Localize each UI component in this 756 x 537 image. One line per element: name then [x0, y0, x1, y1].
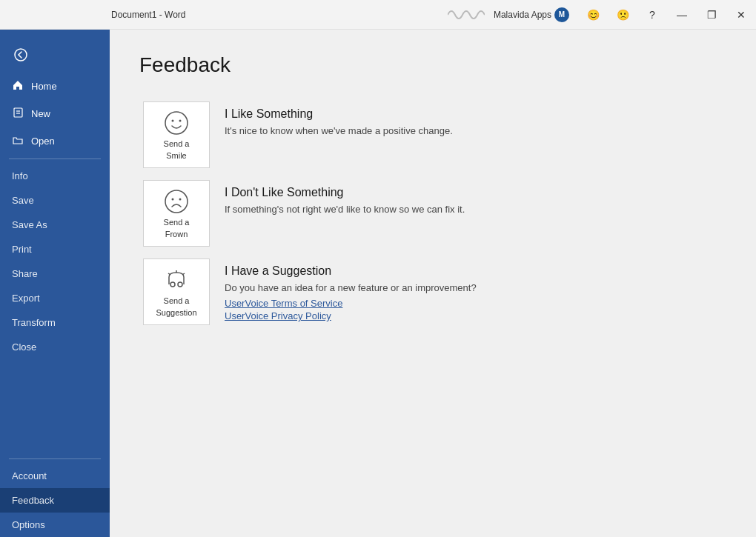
- sidebar-item-info[interactable]: Info: [0, 164, 110, 188]
- sidebar-new-label: New: [31, 108, 50, 119]
- frown-icon-label1: Send a: [164, 218, 190, 227]
- feedback-card-smile[interactable]: Send a Smile I Like Something It's nice …: [139, 98, 726, 172]
- sidebar-item-new[interactable]: New: [0, 100, 110, 127]
- title-bar-left: Document1 - Word: [0, 10, 448, 20]
- home-icon: [12, 80, 24, 93]
- sidebar-item-options[interactable]: Options: [0, 513, 110, 537]
- svg-point-11: [178, 282, 182, 287]
- sidebar-divider-2: [9, 458, 101, 459]
- sidebar-item-save-as[interactable]: Save As: [0, 213, 110, 237]
- apps-label: Malavida Apps: [494, 10, 551, 20]
- sidebar-divider-1: [9, 159, 101, 159]
- sidebar-item-open[interactable]: Open: [0, 127, 110, 154]
- suggestion-icon-label1: Send a: [164, 296, 190, 305]
- svg-point-4: [165, 112, 188, 134]
- document-title: Document1 - Word: [111, 10, 185, 20]
- svg-point-0: [15, 49, 27, 61]
- suggestion-card-title: I Have a Suggestion: [225, 264, 477, 278]
- sidebar-item-close[interactable]: Close: [0, 335, 110, 359]
- restore-button[interactable]: ❐: [697, 0, 726, 30]
- open-icon: [12, 135, 24, 147]
- frown-icon-label2: Frown: [165, 230, 188, 239]
- sidebar-item-share[interactable]: Share: [0, 261, 110, 286]
- sidebar-item-home[interactable]: Home: [0, 73, 110, 100]
- smile-card-text: I Like Something It's nice to know when …: [225, 101, 453, 141]
- back-button[interactable]: [6, 40, 36, 70]
- uservoice-privacy-link[interactable]: UserVoice Privacy Policy: [225, 310, 477, 321]
- frown-icon-box: Send a Frown: [143, 180, 210, 247]
- sidebar-bottom: Account Feedback Options: [0, 454, 110, 537]
- frown-card-desc: If something's not right we'd like to kn…: [225, 204, 465, 215]
- page-title: Feedback: [139, 53, 726, 77]
- title-bar: Document1 - Word Malavida Apps M 😊 🙁 ? —…: [0, 0, 756, 30]
- svg-point-6: [179, 120, 182, 122]
- frown-card-title: I Don't Like Something: [225, 186, 465, 199]
- main-content: Feedback Send a Smile I Like Something I…: [110, 30, 756, 537]
- title-bar-right: Malavida Apps M 😊 🙁 ? — ❐ ✕: [448, 0, 756, 30]
- sidebar-item-save[interactable]: Save: [0, 188, 110, 213]
- svg-point-7: [165, 190, 188, 213]
- feedback-card-frown[interactable]: Send a Frown I Don't Like Something If s…: [139, 176, 726, 250]
- apps-section: Malavida Apps M: [485, 7, 578, 22]
- sidebar-item-print[interactable]: Print: [0, 237, 110, 261]
- sidebar-item-transform[interactable]: Transform: [0, 310, 110, 335]
- sidebar-home-label: Home: [31, 81, 57, 92]
- suggestion-card-desc: Do you have an idea for a new feature or…: [225, 282, 477, 293]
- svg-point-10: [170, 282, 175, 287]
- suggestion-icon-label2: Suggestion: [156, 308, 196, 317]
- suggestion-card-text: I Have a Suggestion Do you have an idea …: [225, 259, 477, 323]
- svg-point-8: [172, 199, 174, 201]
- svg-rect-1: [14, 108, 22, 117]
- sidebar-top: Home New Open Info Save Save As Print Sh…: [0, 30, 110, 367]
- smile-icon-label2: Smile: [166, 151, 187, 160]
- feedback-card-suggestion[interactable]: Send a Suggestion I Have a Suggestion Do…: [139, 255, 726, 329]
- sidebar: Home New Open Info Save Save As Print Sh…: [0, 30, 110, 537]
- sidebar-item-account[interactable]: Account: [0, 464, 110, 488]
- smile-card-desc: It's nice to know when we've made a posi…: [225, 125, 453, 136]
- sidebar-open-label: Open: [31, 136, 55, 147]
- minimize-button[interactable]: —: [667, 0, 697, 30]
- help-button[interactable]: ?: [637, 0, 667, 30]
- frown-card-text: I Don't Like Something If something's no…: [225, 180, 465, 219]
- wave-visualization: [448, 0, 485, 30]
- sidebar-item-feedback[interactable]: Feedback: [0, 488, 110, 513]
- frown-button[interactable]: 🙁: [608, 0, 637, 30]
- close-button[interactable]: ✕: [726, 0, 756, 30]
- suggestion-icon-box: Send a Suggestion: [143, 259, 210, 325]
- new-icon: [12, 107, 24, 120]
- sidebar-item-export[interactable]: Export: [0, 286, 110, 310]
- malavida-icon: M: [554, 7, 569, 22]
- smile-icon-label1: Send a: [164, 139, 190, 148]
- smiley-button[interactable]: 😊: [578, 0, 608, 30]
- svg-point-9: [179, 199, 182, 201]
- smile-icon-box: Send a Smile: [143, 101, 210, 168]
- app-body: Home New Open Info Save Save As Print Sh…: [0, 30, 756, 537]
- svg-point-5: [172, 120, 174, 122]
- uservoice-terms-link[interactable]: UserVoice Terms of Service: [225, 298, 477, 309]
- smile-card-title: I Like Something: [225, 107, 453, 121]
